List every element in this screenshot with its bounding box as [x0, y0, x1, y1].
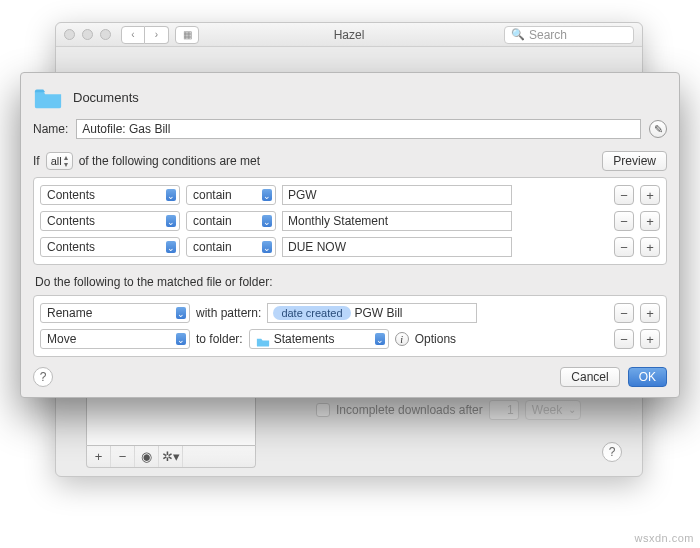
rule-editor-sheet: Documents Name: Autofile: Gas Bill ✎ If … — [20, 72, 680, 398]
condition-row: Contents contain PGW − + — [38, 182, 662, 208]
gear-menu-button[interactable]: ✲▾ — [159, 446, 183, 467]
titlebar: ‹ › ▦ Hazel 🔍 Search — [56, 23, 642, 47]
folder-title: Documents — [73, 90, 139, 105]
condition-row: Contents contain Monthly Statement − + — [38, 208, 662, 234]
action-label: with pattern: — [196, 306, 261, 320]
action-row: Move to folder: Statements i Options − + — [38, 326, 662, 352]
incomplete-unit-select[interactable]: Week — [525, 400, 581, 420]
value-input[interactable]: Monthly Statement — [282, 211, 512, 231]
remove-action-button[interactable]: − — [614, 303, 634, 323]
remove-condition-button[interactable]: − — [614, 211, 634, 231]
search-placeholder: Search — [529, 28, 567, 42]
search-icon: 🔍 — [511, 28, 525, 41]
updown-icon: ▴▾ — [64, 154, 68, 168]
dest-folder-select[interactable]: Statements — [249, 329, 389, 349]
value-input[interactable]: DUE NOW — [282, 237, 512, 257]
add-action-button[interactable]: + — [640, 303, 660, 323]
attr-select[interactable]: Contents — [40, 237, 180, 257]
condition-row: Contents contain DUE NOW − + — [38, 234, 662, 260]
add-rule-button[interactable]: + — [87, 446, 111, 467]
op-select[interactable]: contain — [186, 211, 276, 231]
remove-condition-button[interactable]: − — [614, 185, 634, 205]
nav-buttons: ‹ › — [121, 26, 169, 44]
match-popup[interactable]: all ▴▾ — [46, 152, 73, 170]
cancel-button[interactable]: Cancel — [560, 367, 619, 387]
action-verb-select[interactable]: Rename — [40, 303, 190, 323]
show-all-button[interactable]: ▦ — [175, 26, 199, 44]
preview-button[interactable]: Preview — [602, 151, 667, 171]
pattern-suffix: PGW Bill — [355, 306, 403, 320]
watermark: wsxdn.com — [634, 532, 694, 544]
remove-action-button[interactable]: − — [614, 329, 634, 349]
sheet-help-button[interactable]: ? — [33, 367, 53, 387]
minimize-icon[interactable] — [82, 29, 93, 40]
info-icon[interactable]: i — [395, 332, 409, 346]
cond-rest-label: of the following conditions are met — [79, 154, 260, 168]
actions-header: Do the following to the matched file or … — [35, 275, 667, 289]
value-input[interactable]: PGW — [282, 185, 512, 205]
conditions-box: Contents contain PGW − + Contents contai… — [33, 177, 667, 265]
op-select[interactable]: contain — [186, 237, 276, 257]
preview-rule-button[interactable]: ◉ — [135, 446, 159, 467]
actions-box: Rename with pattern: date created PGW Bi… — [33, 295, 667, 357]
add-condition-button[interactable]: + — [640, 237, 660, 257]
add-action-button[interactable]: + — [640, 329, 660, 349]
forward-button[interactable]: › — [145, 26, 169, 44]
options-label[interactable]: Options — [415, 332, 456, 346]
attr-select[interactable]: Contents — [40, 211, 180, 231]
attr-select[interactable]: Contents — [40, 185, 180, 205]
note-icon[interactable]: ✎ — [649, 120, 667, 138]
add-condition-button[interactable]: + — [640, 211, 660, 231]
remove-condition-button[interactable]: − — [614, 237, 634, 257]
action-row: Rename with pattern: date created PGW Bi… — [38, 300, 662, 326]
search-field[interactable]: 🔍 Search — [504, 26, 634, 44]
close-icon[interactable] — [64, 29, 75, 40]
op-select[interactable]: contain — [186, 185, 276, 205]
help-button[interactable]: ? — [602, 442, 622, 462]
remove-rule-button[interactable]: − — [111, 446, 135, 467]
folder-icon — [256, 334, 270, 345]
name-label: Name: — [33, 122, 68, 136]
traffic-lights — [64, 29, 111, 40]
back-button[interactable]: ‹ — [121, 26, 145, 44]
incomplete-label: Incomplete downloads after — [336, 403, 483, 417]
match-value: all — [51, 155, 62, 167]
incomplete-value[interactable]: 1 — [489, 400, 519, 420]
action-label: to folder: — [196, 332, 243, 346]
if-label: If — [33, 154, 40, 168]
folder-icon — [33, 85, 63, 109]
rule-name-input[interactable]: Autofile: Gas Bill — [76, 119, 641, 139]
rules-toolbar: + − ◉ ✲▾ — [86, 446, 256, 468]
ok-button[interactable]: OK — [628, 367, 667, 387]
add-condition-button[interactable]: + — [640, 185, 660, 205]
action-verb-select[interactable]: Move — [40, 329, 190, 349]
zoom-icon[interactable] — [100, 29, 111, 40]
dest-folder-name: Statements — [274, 330, 335, 348]
incomplete-checkbox[interactable] — [316, 403, 330, 417]
date-created-token[interactable]: date created — [273, 306, 350, 320]
pattern-field[interactable]: date created PGW Bill — [267, 303, 477, 323]
